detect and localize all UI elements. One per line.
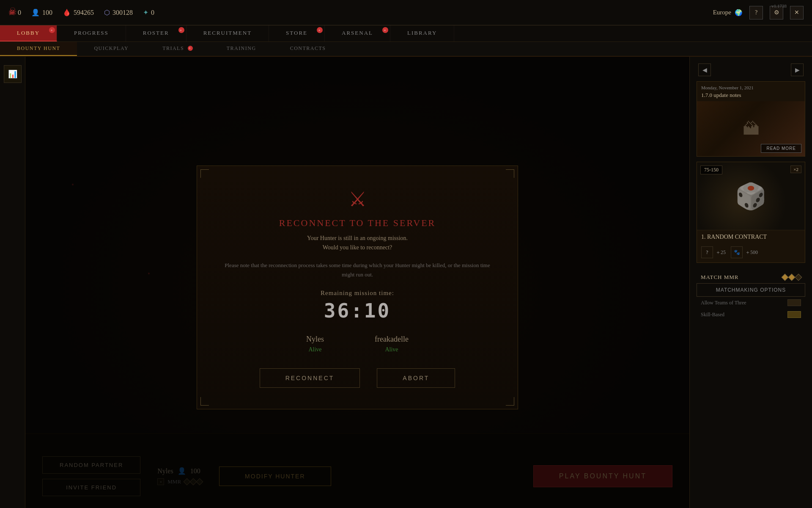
main-content: 📊 RANDOM PARTNER INVITE FRIEND Nyles 👤 1… [0,57,812,508]
coins-currency: 👤 100 [31,8,52,17]
modal-players: Nyles Alive freakadelle Alive [222,335,492,353]
center-area: RANDOM PARTNER INVITE FRIEND Nyles 👤 100… [25,57,689,508]
news-next-button[interactable]: ▶ [791,64,804,76]
tab-lobby[interactable]: LOBBY + [0,25,57,41]
blood-icon: 🩸 [63,8,71,17]
player2-alive: Alive [385,346,398,353]
reward-item-1: ? ＋25 [701,246,726,258]
match-mmr-row: MATCH MMR [697,271,805,283]
blood-count: 594265 [74,9,94,17]
news-date: Monday, November 1, 2021 [697,82,805,91]
contract-rewards: ? ＋25 🐾 ＋500 [697,244,805,262]
roster-badge: + [178,27,184,33]
contract-name: 1. RANDOM CONTRACT [697,230,805,244]
diamond-1 [782,274,789,281]
tab-store[interactable]: STORE + [269,25,325,41]
tab-library[interactable]: LIBRARY [390,25,454,41]
allow-teams-row: Allow Teams of Three [697,297,805,309]
arsenal-badge: + [382,27,388,33]
reward-icon-1: ? [701,246,713,258]
player1-alive: Alive [308,346,321,353]
blood-currency: 🩸 594265 [63,8,94,17]
subtab-bountyhunt[interactable]: BOUNTY HUNT [0,42,77,56]
reward-icon-2: 🐾 [731,246,743,258]
mission-timer: 36:10 [222,299,492,322]
modal-overlay: ⚔ RECONNECT TO THE SERVER Your Hunter is… [25,57,689,508]
news-nav: ◀ ▶ [697,64,805,76]
close-icon: ✕ [794,9,799,16]
reward-item-2: 🐾 ＋500 [731,246,758,258]
contract-image: 75-150 🎲 ×2 [697,162,805,230]
subtab-training[interactable]: TRAINING [210,42,273,56]
hunter-icon: 👤 [31,8,40,17]
reward-amount-1: ＋25 [716,249,726,256]
currency-bar: ☠ 0 👤 100 🩸 594265 ⬡ 300128 ✦ 0 [8,8,154,17]
subtab-contracts[interactable]: CONTRACTS [273,42,343,56]
skull-count: 0 [18,9,21,17]
region-selector[interactable]: Europe 🌍 [713,9,743,17]
question-icon: ? [755,9,757,16]
matchmaking-options-button[interactable]: MATCHMAKING OPTIONS [697,283,805,297]
gold-icon: ⬡ [104,8,110,17]
skill-based-toggle[interactable] [787,311,801,318]
tab-roster[interactable]: ROSTER + [126,25,187,41]
match-mmr-label: MATCH MMR [701,274,739,281]
news-prev-button[interactable]: ◀ [698,64,711,76]
corner-br [506,397,514,406]
subtab-trials[interactable]: TRIALS + [145,42,210,56]
gold-currency: ⬡ 300128 [104,8,133,17]
sub-tabs: BOUNTY HUNT QUICKPLAY TRIALS + TRAINING … [0,42,812,57]
allow-teams-toggle[interactable] [787,299,801,306]
globe-icon: 🌍 [735,9,743,17]
allow-teams-label: Allow Teams of Three [701,300,746,306]
left-panel: 📊 [0,57,25,508]
time-label: Remaining mission time: [222,290,492,297]
match-options: MATCH MMR MATCHMAKING OPTIONS Allow Team… [697,268,805,324]
star-currency: ✦ 0 [143,8,154,17]
abort-button[interactable]: ABORT [377,368,455,388]
modal-subtitle: Your Hunter is still in an ongoing missi… [222,234,492,253]
gold-count: 300128 [112,9,133,17]
top-bar-right: Europe 🌍 ? ⚙ ✕ [713,6,804,19]
tab-recruitment[interactable]: RECRUITMENT [187,25,269,41]
dice-icon: 🎲 [735,181,767,211]
close-button[interactable]: ✕ [790,6,804,19]
region-label: Europe [713,9,731,16]
coin-count: 100 [42,9,52,17]
top-bar: ☠ ☠ 0 👤 100 🩸 594265 ⬡ 300128 ✦ 0 v1.173… [0,0,812,25]
mmr-diamonds [782,275,801,280]
star-count: 0 [151,9,154,17]
player2-status: freakadelle Alive [375,335,409,353]
player1-name: Nyles [306,335,324,344]
skill-based-label: Skill-Based [701,312,724,318]
nav-tabs: LOBBY + PROGRESS ROSTER + RECRUITMENT ST… [0,25,812,42]
chart-button[interactable]: 📊 [4,65,22,83]
skill-based-row: Skill-Based [697,309,805,320]
version-text: v1.1738 [771,3,787,8]
right-panel: ◀ ▶ Monday, November 1, 2021 1.7.0 updat… [689,57,812,508]
tab-progress[interactable]: PROGRESS [57,25,126,41]
skull-decoration: ☠ [8,6,17,17]
modal-title: RECONNECT TO THE SERVER [222,218,492,229]
lobby-badge: + [49,27,55,33]
help-button[interactable]: ? [749,6,763,19]
gear-icon: ⚙ [774,9,779,16]
reconnect-button[interactable]: RECONNECT [260,368,360,388]
modal-note: Please note that the reconnection proces… [222,261,492,279]
contract-card: 75-150 🎲 ×2 1. RANDOM CONTRACT ? ＋25 🐾 ＋… [697,162,805,263]
read-more-button[interactable]: READ MORE [761,144,801,153]
tab-arsenal[interactable]: ARSENAL + [325,25,390,41]
player2-name: freakadelle [375,335,409,344]
corner-tr [506,169,514,178]
store-badge: + [317,27,323,33]
contract-badge: ×2 [790,166,801,173]
player1-status: Nyles Alive [306,335,324,353]
modal-game-icon: ⚔ [222,187,492,211]
chart-icon: 📊 [8,69,17,79]
diamond-3 [795,274,802,281]
corner-bl [200,397,209,406]
corner-tl [200,169,209,178]
subtab-quickplay[interactable]: QUICKPLAY [77,42,145,56]
reward-amount-2: ＋500 [745,249,758,256]
star-icon: ✦ [143,8,148,17]
